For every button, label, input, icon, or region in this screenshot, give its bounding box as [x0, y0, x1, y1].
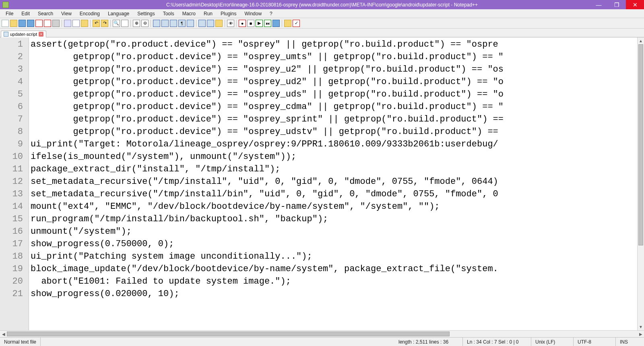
status-bar: Normal text file length : 2,511 lines : …	[0, 337, 644, 346]
status-mode[interactable]: INS	[616, 338, 644, 346]
toolbar-separator	[236, 20, 237, 27]
scroll-thumb[interactable]	[638, 44, 643, 245]
print-icon[interactable]	[52, 20, 60, 27]
menu-search[interactable]: Search	[34, 10, 57, 17]
line-number: 4	[0, 76, 23, 88]
save-icon[interactable]	[19, 20, 26, 27]
close-all-icon[interactable]	[44, 20, 51, 27]
wordwrap-icon[interactable]	[170, 20, 177, 27]
line-number: 15	[0, 213, 23, 225]
undo-icon[interactable]: ↶	[93, 20, 100, 27]
func-list-icon[interactable]	[207, 20, 214, 27]
toolbar: ↶↷🔍⊕⊖¶👁●■▶⏭✓	[0, 18, 644, 29]
title-bar: C:\Users\admin\Desktop\Error\lineage-16.…	[0, 0, 644, 9]
scroll-up-icon[interactable]: ▲	[638, 37, 644, 44]
status-filetype: Normal text file	[0, 338, 41, 346]
menu-settings[interactable]: Settings	[133, 10, 159, 17]
scroll-left-icon[interactable]: ◀	[0, 331, 7, 337]
app-icon	[2, 2, 9, 8]
replace-icon[interactable]	[121, 20, 128, 27]
spellcheck-icon[interactable]: ✓	[293, 20, 300, 27]
status-eol[interactable]: Unix (LF)	[531, 338, 574, 346]
status-length: length : 2,511 lines : 36	[394, 338, 463, 346]
doc-map-icon[interactable]	[198, 20, 206, 27]
menu-plugins[interactable]: Plugins	[217, 10, 240, 17]
find-icon[interactable]: 🔍	[113, 20, 120, 27]
monitor-icon[interactable]: 👁	[227, 20, 234, 27]
tab-close-icon[interactable]: ×	[39, 32, 43, 37]
hscroll-thumb[interactable]	[7, 332, 450, 336]
paste-icon[interactable]	[81, 20, 88, 27]
toolbar-separator	[225, 20, 225, 27]
menu-edit[interactable]: Edit	[17, 10, 34, 17]
cut-icon[interactable]	[64, 20, 71, 27]
redo-icon[interactable]: ↷	[101, 20, 108, 27]
vertical-scrollbar[interactable]: ▲ ▼	[637, 37, 644, 330]
sync-h-icon[interactable]	[161, 20, 169, 27]
line-number: 12	[0, 175, 23, 188]
line-number: 7	[0, 113, 23, 126]
close-icon[interactable]	[35, 20, 43, 27]
minimize-button[interactable]: —	[590, 0, 608, 9]
toolbar-separator	[130, 20, 131, 27]
menu-bar: FileEditSearchViewEncodingLanguageSettin…	[0, 9, 644, 18]
code-area[interactable]: assert(getprop("ro.product.device") == "…	[29, 37, 637, 330]
stop-icon[interactable]: ■	[247, 20, 254, 27]
line-number: 10	[0, 150, 23, 163]
menu-window[interactable]: Window	[240, 10, 266, 17]
menu-view[interactable]: View	[57, 10, 76, 17]
play-multi-icon[interactable]: ⏭	[264, 20, 271, 27]
save-macro-icon[interactable]	[272, 20, 280, 27]
horizontal-scrollbar[interactable]: ◀ ▶	[0, 330, 644, 337]
line-number: 5	[0, 88, 23, 101]
tab-bar: updater-script ×	[0, 29, 644, 37]
menu-encoding[interactable]: Encoding	[76, 10, 104, 17]
indent-guide-icon[interactable]	[187, 20, 194, 27]
line-number: 1	[0, 38, 23, 51]
save-all-icon[interactable]	[27, 20, 34, 27]
maximize-button[interactable]: ❐	[608, 0, 626, 9]
menu-file[interactable]: File	[2, 10, 17, 17]
line-number: 18	[0, 250, 23, 263]
close-button[interactable]: ✕	[626, 0, 644, 9]
menu-run[interactable]: Run	[200, 10, 217, 17]
line-number: 20	[0, 275, 23, 288]
scroll-right-icon[interactable]: ▶	[637, 331, 644, 337]
toolbar-separator	[62, 20, 62, 27]
line-number: 3	[0, 63, 23, 76]
open-file-icon[interactable]	[10, 20, 17, 27]
line-number: 8	[0, 126, 23, 138]
status-encoding[interactable]: UTF-8	[574, 338, 616, 346]
line-number: 2	[0, 51, 23, 63]
file-icon	[4, 32, 8, 37]
scroll-down-icon[interactable]: ▼	[638, 323, 644, 330]
menu-language[interactable]: Language	[104, 10, 133, 17]
menu-help[interactable]: ?	[266, 10, 277, 17]
tab-updater-script[interactable]: updater-script ×	[1, 31, 46, 37]
tab-label: updater-script	[10, 32, 37, 37]
line-number-gutter: 123456789101112131415161718192021	[0, 37, 29, 330]
window-title: C:\Users\admin\Desktop\Error\lineage-16.…	[166, 2, 478, 8]
sync-v-icon[interactable]	[153, 20, 160, 27]
show-all-chars-icon[interactable]: ¶	[178, 20, 186, 27]
zoom-out-icon[interactable]: ⊖	[141, 20, 149, 27]
record-icon[interactable]: ●	[239, 20, 246, 27]
toolbar-separator	[90, 20, 91, 27]
copy-icon[interactable]	[72, 20, 80, 27]
zoom-in-icon[interactable]: ⊕	[133, 20, 140, 27]
toolbar-separator	[151, 20, 151, 27]
toolbar-separator	[110, 20, 111, 27]
line-number: 13	[0, 188, 23, 200]
menu-tools[interactable]: Tools	[159, 10, 178, 17]
toolbar-separator	[196, 20, 196, 27]
window-controls: — ❐ ✕	[590, 0, 644, 9]
line-number: 9	[0, 138, 23, 150]
folder-panel-icon[interactable]	[215, 20, 223, 27]
line-number: 19	[0, 263, 23, 275]
hscroll-track[interactable]	[7, 331, 637, 337]
new-file-icon[interactable]	[2, 20, 9, 27]
misc-icon[interactable]	[284, 20, 291, 27]
menu-macro[interactable]: Macro	[178, 10, 200, 17]
play-icon[interactable]: ▶	[256, 20, 263, 27]
status-position: Ln : 34 Col : 7 Sel : 0 | 0	[463, 338, 531, 346]
